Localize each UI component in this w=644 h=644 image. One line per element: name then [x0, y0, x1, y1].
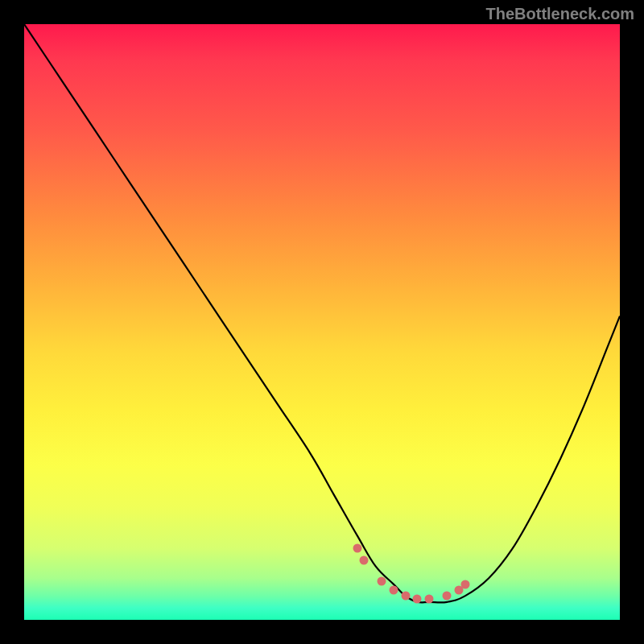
highlight-marker: [460, 580, 469, 588]
highlight-marker: [413, 595, 422, 604]
highlight-marker: [353, 544, 362, 553]
watermark-text: TheBottleneck.com: [486, 5, 634, 23]
highlight-marker: [401, 592, 410, 601]
highlight-marker: [378, 576, 386, 585]
highlight-marker: [359, 556, 368, 565]
highlight-marker: [443, 592, 452, 601]
highlight-marker: [389, 586, 398, 595]
highlight-marker: [425, 595, 434, 604]
chart-plot-area: [24, 24, 620, 620]
highlight-markers: [24, 24, 620, 620]
